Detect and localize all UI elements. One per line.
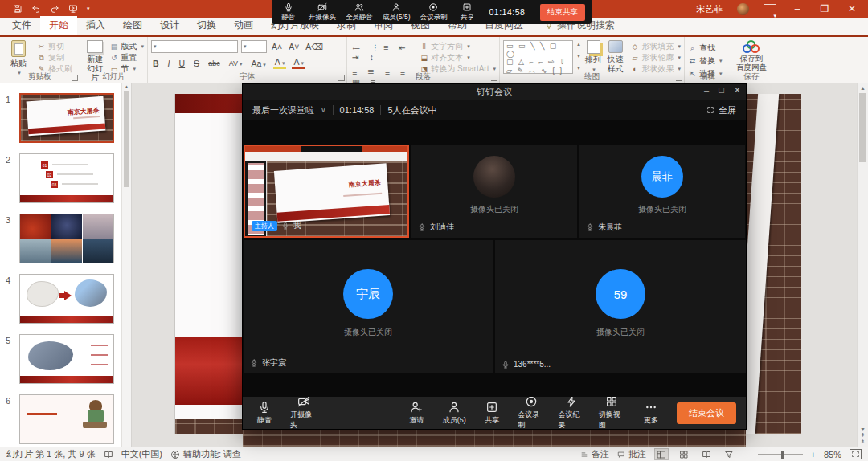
members-button[interactable]: 成员(5): [442, 401, 466, 426]
tab-animations[interactable]: 动画: [225, 16, 262, 35]
minimize-button[interactable]: –: [791, 3, 804, 14]
comments-toggle[interactable]: 批注: [617, 448, 646, 460]
arrange-button[interactable]: 排列: [584, 40, 602, 72]
clipboard-dialog-launcher[interactable]: [72, 75, 78, 81]
meeting-mute-button[interactable]: 静音: [252, 401, 276, 426]
quick-styles-button[interactable]: 快速样式: [605, 40, 625, 72]
new-slide-button[interactable]: 新建 幻灯片: [84, 40, 106, 72]
shape-outline-button[interactable]: ▱形状轮廓: [630, 53, 681, 63]
slide-thumbnail-1[interactable]: 南京大屠杀: [19, 93, 114, 143]
bold-button[interactable]: B: [151, 59, 161, 68]
zoom-in-button[interactable]: +: [811, 450, 816, 459]
layout-button[interactable]: ▤版式: [109, 42, 144, 51]
language-indicator[interactable]: 中文(中国): [121, 448, 162, 460]
account-name[interactable]: 宋艺菲: [696, 3, 723, 15]
shape-fill-button[interactable]: ◇形状填充: [630, 42, 681, 51]
undo-icon[interactable]: [31, 4, 41, 14]
thumb-scroll-up-arrow[interactable]: ▲: [125, 84, 129, 89]
account-avatar[interactable]: [737, 3, 749, 15]
zoom-level[interactable]: 85%: [824, 450, 841, 459]
font-color-button[interactable]: A: [292, 57, 305, 69]
fit-to-window-icon[interactable]: [850, 449, 862, 459]
slide-thumbnail-6[interactable]: [19, 394, 114, 444]
zoom-slider-thumb[interactable]: [781, 451, 784, 459]
shapes-gallery[interactable]: ▭ ▭ ╲ ╲ ▢ ◯ ▢ △ ⌐ ⌐ ⇨ ⇩ ▱ ✎ ︵ ∿ { }: [503, 40, 573, 74]
shrink-font-button[interactable]: A˅: [287, 42, 301, 51]
paste-button[interactable]: 粘贴: [3, 40, 34, 72]
meeting-maximize-button[interactable]: □: [719, 85, 724, 96]
slide-thumbnail-4[interactable]: [19, 274, 114, 324]
change-case-button[interactable]: Aa: [250, 59, 268, 68]
accessibility-status[interactable]: 辅助功能: 调查: [170, 448, 241, 460]
ribbon-display-options-icon[interactable]: [764, 4, 776, 14]
meeting-name-caret[interactable]: ∨: [321, 106, 326, 114]
meeting-name[interactable]: 最后一次课堂啦: [252, 104, 314, 116]
meeting-title-bar[interactable]: 钉钉会议 – □ ✕: [243, 84, 746, 100]
meeting-minutes-button[interactable]: 会议纪要: [559, 395, 585, 430]
scroll-up-arrow[interactable]: ▲: [860, 85, 866, 91]
sharebar-share-button[interactable]: 共享: [457, 2, 477, 22]
sharebar-members-button[interactable]: 成员(5/5): [383, 2, 410, 22]
meeting-close-button[interactable]: ✕: [734, 85, 741, 96]
zoom-out-button[interactable]: −: [744, 450, 749, 459]
tab-insert[interactable]: 插入: [77, 16, 114, 35]
reading-view-button[interactable]: [699, 448, 714, 460]
character-spacing-button[interactable]: AV: [227, 59, 244, 67]
grow-font-button[interactable]: A˄: [270, 42, 284, 51]
video-tile-participant[interactable]: 摄像头已关闭 刘迪佳: [411, 145, 577, 238]
sharebar-mute-button[interactable]: 静音: [278, 2, 299, 22]
save-to-baidu-button[interactable]: 保存到 百度网盘: [735, 40, 768, 72]
save-icon[interactable]: [13, 4, 23, 14]
normal-view-button[interactable]: [654, 448, 669, 460]
notes-toggle[interactable]: 备注: [580, 448, 609, 460]
next-slide-button[interactable]: ⇟: [861, 439, 866, 445]
slide-sorter-view-button[interactable]: [677, 448, 691, 460]
drawing-dialog-launcher[interactable]: [676, 75, 682, 81]
video-tile-screen-share[interactable]: 南京大屠杀 主持人 我: [244, 145, 409, 238]
replace-button[interactable]: ⇄替换: [688, 56, 723, 66]
shapes-gallery-scroll[interactable]: ▲▼▼: [576, 40, 581, 72]
tab-draw[interactable]: 绘图: [114, 16, 151, 35]
tab-home[interactable]: 开始: [40, 16, 77, 35]
scroll-down-arrow[interactable]: ▼: [860, 426, 866, 432]
meeting-camera-button[interactable]: 开摄像头: [290, 395, 317, 430]
video-tile-participant[interactable]: 晨菲 摄像头已关闭 朱晨菲: [579, 145, 745, 238]
font-name-combo[interactable]: [151, 40, 238, 53]
copy-button[interactable]: ⧉复制: [37, 53, 72, 63]
redo-icon[interactable]: [50, 4, 59, 14]
meeting-record-button[interactable]: 会议录制: [518, 395, 544, 430]
end-share-button[interactable]: 结束共享: [540, 4, 585, 21]
slide-thumbnail-2[interactable]: 01 02 03: [19, 153, 114, 203]
meeting-minimize-button[interactable]: –: [704, 85, 709, 96]
italic-button[interactable]: I: [166, 59, 172, 68]
fullscreen-button[interactable]: 全屏: [706, 104, 736, 116]
end-meeting-button[interactable]: 结束会议: [677, 402, 736, 424]
qat-customize-caret[interactable]: ▾: [87, 6, 90, 12]
sharebar-record-button[interactable]: 会议录制: [420, 2, 447, 22]
video-tile-participant[interactable]: 宇辰 摄像头已关闭 张宇宸: [244, 240, 493, 373]
find-button[interactable]: ⌕查找: [688, 43, 723, 53]
editor-vertical-scrollbar[interactable]: ▲ ▼ ⇞ ⇟: [857, 83, 868, 447]
thumbnail-scrollbar[interactable]: ▲: [121, 83, 131, 447]
slideshow-view-button[interactable]: [722, 448, 736, 460]
invite-button[interactable]: 邀请: [404, 401, 428, 426]
tab-transitions[interactable]: 切换: [188, 16, 225, 35]
font-dialog-launcher[interactable]: [338, 75, 345, 81]
slide-thumbnail-5[interactable]: [19, 334, 114, 384]
align-text-button[interactable]: ⬓对齐文本: [420, 53, 496, 63]
clear-formatting-button[interactable]: A⌫: [304, 42, 325, 51]
more-button[interactable]: 更多: [639, 401, 663, 426]
strikethrough-button[interactable]: S: [192, 59, 201, 68]
restore-button[interactable]: ❐: [818, 3, 831, 14]
tab-design[interactable]: 设计: [151, 16, 188, 35]
previous-slide-button[interactable]: ⇞: [861, 432, 866, 439]
paragraph-row1-icons[interactable]: ≔ ⋮≡ ⇤ ⇥ ↕: [350, 43, 411, 62]
font-size-combo[interactable]: [241, 40, 267, 53]
sharebar-camera-button[interactable]: 开摄像头: [309, 2, 336, 22]
thumbnail-scrollbar-thumb[interactable]: [124, 91, 129, 187]
underline-button[interactable]: U: [178, 59, 187, 68]
tab-file[interactable]: 文件: [3, 16, 40, 35]
slide-thumbnail-3[interactable]: [19, 214, 114, 263]
sharebar-mute-all-button[interactable]: 全员静音: [346, 2, 373, 22]
scrollbar-thumb[interactable]: [859, 93, 866, 162]
